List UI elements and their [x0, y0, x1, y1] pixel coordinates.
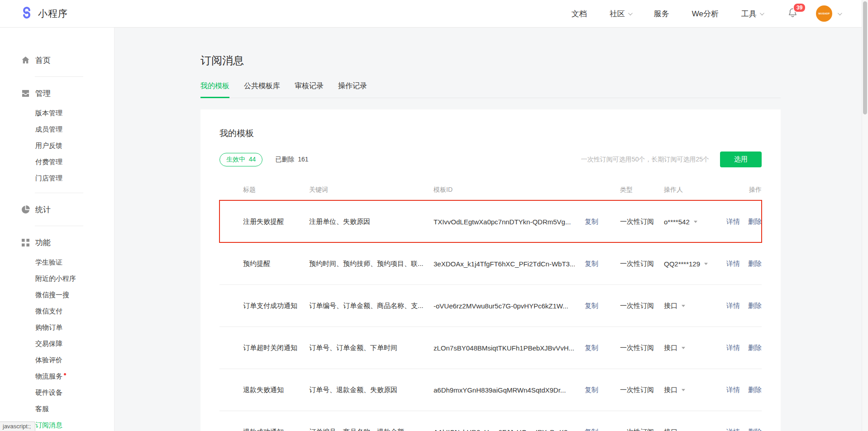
caret-down-icon	[704, 263, 708, 265]
template-type: 一次性订阅	[620, 260, 664, 268]
operator-dropdown[interactable]: 接口	[664, 344, 721, 352]
delete-link[interactable]: 删除	[748, 260, 762, 268]
column-header-type: 类型	[620, 186, 664, 194]
sidebar-item-transaction-guarantee[interactable]: 交易保障	[0, 336, 114, 352]
notification-count-badge[interactable]: 39	[793, 3, 806, 13]
template-title: 注册失败提醒	[219, 218, 309, 226]
sidebar-section-features[interactable]: 功能	[0, 232, 114, 252]
operator-dropdown[interactable]: 接口	[664, 428, 721, 431]
sidebar-item-payment-management[interactable]: 付费管理	[0, 154, 114, 170]
sidebar-item-experience-rating[interactable]: 体验评价	[0, 352, 114, 368]
sidebar-item-hardware-devices[interactable]: 硬件设备	[0, 384, 114, 401]
sidebar-item-store-management[interactable]: 门店管理	[0, 170, 114, 186]
delete-link[interactable]: 删除	[748, 386, 762, 394]
sidebar-item-customer-service[interactable]: 客服	[0, 401, 114, 417]
table-row: 退款失败通知 订单号、退款金额、失败原因 a6Dh9mxYGnH839aiGqM…	[219, 369, 762, 411]
scrollbar-thumb[interactable]	[863, 1, 867, 114]
column-header-operator: 操作人	[664, 186, 721, 194]
filter-row: 生效中 44 已删除 161 一次性订阅可选用50个，长期订阅可选用25个 选用	[219, 152, 762, 167]
template-keywords: 订单编号、商品名称、退款金额	[309, 428, 434, 431]
miniprogram-logo[interactable]: 小程序	[20, 6, 68, 21]
sidebar-item-nearby-miniprograms[interactable]: 附近的小程序	[0, 270, 114, 287]
template-id: zLOn7sBY048BMsiqtTKUFh1PBebXJBvVvH...	[434, 344, 575, 352]
nav-docs[interactable]: 文档	[572, 9, 587, 19]
template-title: 退款失败通知	[219, 386, 309, 394]
template-title: 订单支付成功通知	[219, 302, 309, 310]
operator-dropdown[interactable]: 接口	[664, 386, 721, 394]
copy-id-link[interactable]: 复制	[585, 344, 598, 352]
select-template-button[interactable]: 选用	[720, 152, 762, 167]
sidebar-item-wechat-search[interactable]: 微信搜一搜	[0, 287, 114, 303]
nav-services[interactable]: 服务	[654, 9, 669, 19]
sidebar-item-member-management[interactable]: 成员管理	[0, 121, 114, 137]
chevron-down-icon	[628, 11, 633, 15]
filter-deleted[interactable]: 已删除 161	[275, 156, 308, 164]
filter-active-pill[interactable]: 生效中 44	[219, 153, 262, 166]
operator-dropdown[interactable]: 接口	[664, 302, 721, 310]
nav-tools[interactable]: 工具	[741, 9, 763, 19]
detail-link[interactable]: 详情	[726, 302, 740, 310]
table-header-row: 标题 关键词 模板ID 类型 操作人 操作	[219, 179, 762, 201]
delete-link[interactable]: 删除	[748, 344, 762, 352]
copy-id-link[interactable]: 复制	[585, 386, 598, 394]
detail-link[interactable]: 详情	[726, 260, 740, 268]
template-title: 退款成功通知	[219, 428, 309, 431]
my-templates-panel: 我的模板 生效中 44 已删除 161 一次性订阅可选用50个，长期订阅可选用2…	[200, 109, 781, 431]
template-id: a6Dh9mxYGnH839aiGqMRWn4SqtdX9Dr...	[434, 386, 575, 394]
nav-community[interactable]: 社区	[610, 9, 631, 19]
template-type: 一次性订阅	[620, 386, 664, 394]
sidebar-manage-submenu: 版本管理 成员管理 用户反馈 付费管理 门店管理	[0, 105, 114, 186]
column-header-actions: 操作	[749, 186, 762, 194]
tab-operation-records[interactable]: 操作记录	[338, 81, 367, 98]
operator-dropdown[interactable]: o****542	[664, 218, 721, 226]
page-title: 订阅消息	[200, 53, 781, 68]
sidebar-item-shopping-orders[interactable]: 购物订单	[0, 319, 114, 336]
detail-link[interactable]: 详情	[726, 344, 740, 352]
account-avatar[interactable]: NIUSHOP	[816, 5, 832, 22]
avatar-label: NIUSHOP	[819, 12, 830, 15]
account-menu-chevron-icon[interactable]	[838, 11, 842, 15]
chevron-down-icon	[760, 11, 764, 15]
copy-id-link[interactable]: 复制	[585, 260, 598, 268]
template-type: 一次性订阅	[620, 428, 664, 431]
caret-down-icon	[682, 389, 685, 391]
template-id: -oVUe6rz2MVwu8ur5c7G-0pvHYPc6kZ1W...	[434, 302, 575, 310]
copy-id-link[interactable]: 复制	[585, 428, 598, 431]
caret-down-icon	[682, 305, 685, 307]
template-keywords: 注册单位、失败原因	[309, 218, 434, 226]
tab-review-records[interactable]: 审核记录	[295, 81, 324, 98]
delete-link[interactable]: 删除	[748, 428, 762, 431]
template-title: 预约提醒	[219, 260, 309, 268]
main-content: 订阅消息 我的模板 公共模板库 审核记录 操作记录 我的模板 生效中 44 已删…	[114, 28, 868, 431]
status-bar-link-preview: javascript:;	[0, 422, 35, 431]
notification-bell-button[interactable]: 39	[787, 7, 798, 20]
template-keywords: 预约时间、预约技师、预约项目、联...	[309, 260, 434, 268]
table-row: 订单支付成功通知 订单编号、订单金额、商品名称、支... -oVUe6rz2MV…	[219, 285, 762, 327]
sidebar-section-statistics[interactable]: 统计	[0, 199, 114, 219]
caret-down-icon	[682, 347, 685, 349]
sidebar-item-version-management[interactable]: 版本管理	[0, 105, 114, 121]
sidebar-item-home[interactable]: 首页	[0, 50, 114, 70]
tab-public-template-library[interactable]: 公共模板库	[244, 81, 280, 98]
table-row: 退款成功通知 订单编号、商品名称、退款金额 AAkIICNzhHD0pUmn6F…	[219, 411, 762, 431]
nav-we-analytics[interactable]: We分析	[692, 9, 719, 19]
page-scrollbar[interactable]	[862, 0, 868, 431]
copy-id-link[interactable]: 复制	[585, 302, 598, 310]
sidebar-item-student-verification[interactable]: 学生验证	[0, 254, 114, 270]
template-id: 3eXDOAx_k1j4TfgFT6hXC_PFi2TdCn-WbT3...	[434, 260, 575, 268]
sidebar-item-wechat-pay[interactable]: 微信支付	[0, 303, 114, 319]
sidebar-section-manage[interactable]: 管理	[0, 83, 114, 103]
sidebar-item-user-feedback[interactable]: 用户反馈	[0, 137, 114, 154]
detail-link[interactable]: 详情	[726, 386, 740, 394]
tab-my-templates[interactable]: 我的模板	[200, 81, 229, 98]
caret-down-icon	[694, 221, 697, 223]
copy-id-link[interactable]: 复制	[585, 218, 598, 226]
sidebar-item-logistics-service[interactable]: 物流服务	[0, 368, 114, 384]
detail-link[interactable]: 详情	[726, 428, 740, 431]
delete-link[interactable]: 删除	[748, 218, 762, 226]
grid-icon	[21, 238, 30, 247]
delete-link[interactable]: 删除	[748, 302, 762, 310]
detail-link[interactable]: 详情	[726, 218, 740, 226]
operator-dropdown[interactable]: QQ2****129	[664, 260, 721, 268]
quota-hint-text: 一次性订阅可选用50个，长期订阅可选用25个	[581, 156, 709, 164]
